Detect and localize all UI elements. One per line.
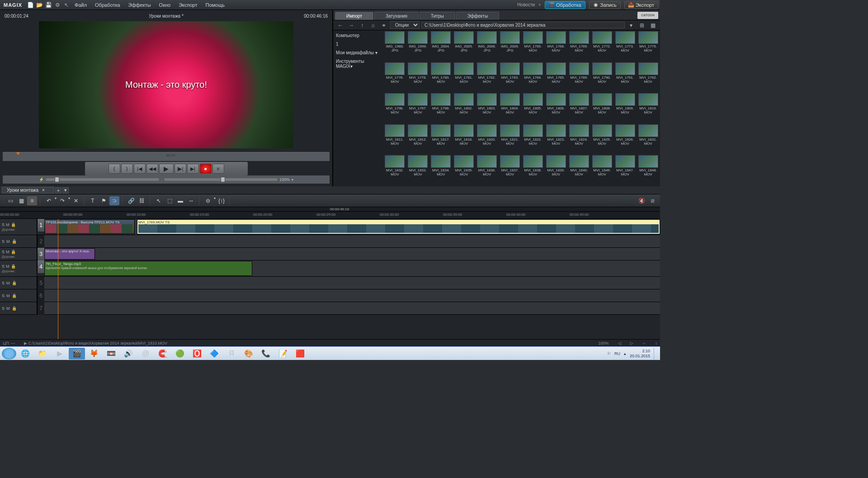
media-thumb[interactable]: MVI_1806.MOV bbox=[545, 93, 567, 123]
mixer-icon[interactable]: ⎚ bbox=[647, 196, 657, 205]
timeline-tab[interactable]: Уроки монтажа× bbox=[2, 187, 54, 194]
view-b-icon[interactable]: ▦ bbox=[648, 21, 657, 29]
catooh-logo[interactable]: CATOOH bbox=[637, 12, 658, 19]
path-dropdown-icon[interactable]: ▾ bbox=[627, 21, 636, 29]
zoom-slider[interactable] bbox=[164, 178, 278, 181]
media-thumb[interactable]: MVI_1825.MOV bbox=[591, 124, 613, 155]
brackets-icon[interactable]: {↕} bbox=[217, 196, 226, 205]
mode-export-button[interactable]: 📤Экспорт bbox=[624, 1, 658, 9]
news-link[interactable]: Новости bbox=[517, 2, 535, 7]
stretch-icon[interactable]: ↔ bbox=[186, 196, 196, 205]
media-thumb[interactable]: MVI_1811.MOV bbox=[384, 124, 406, 155]
show-desktop-button[interactable] bbox=[654, 348, 658, 360]
taskbar-word-icon[interactable]: 📝 bbox=[275, 348, 291, 360]
menu-edit[interactable]: Обработка bbox=[91, 1, 123, 9]
taskbar-icq-icon[interactable]: 🟢 bbox=[172, 348, 188, 360]
media-thumb[interactable]: MVI_1773.MOV bbox=[614, 31, 636, 62]
nav-root-icon[interactable]: ⌂ bbox=[368, 21, 377, 29]
goto-start-button[interactable]: |◀ bbox=[134, 164, 146, 174]
play-button[interactable]: ▶ bbox=[159, 164, 174, 174]
tray-flag-icon[interactable]: ⚐ bbox=[607, 351, 611, 356]
view-a-icon[interactable]: ⊞ bbox=[637, 21, 646, 29]
media-thumb[interactable]: MVI_1826.MOV bbox=[614, 124, 636, 155]
taskbar-wmp-icon[interactable]: ▶ bbox=[52, 348, 68, 360]
tab-import[interactable]: Импорт bbox=[335, 12, 373, 20]
playhead[interactable] bbox=[58, 219, 58, 339]
media-thumb[interactable]: MVI_1824.MOV bbox=[568, 124, 590, 155]
media-thumb[interactable]: MVI_1780.MOV bbox=[430, 62, 452, 93]
media-thumb[interactable]: MVI_1776.MOV bbox=[384, 62, 406, 93]
taskbar-magix-icon[interactable]: 🎬 bbox=[69, 348, 85, 360]
taskbar-mpc-icon[interactable]: 📼 bbox=[103, 348, 119, 360]
media-thumb[interactable]: MVI_1805.MOV bbox=[522, 93, 544, 123]
close-icon[interactable]: × bbox=[42, 188, 45, 193]
audio-clip[interactable]: 7th_Floor_Tango.mp3 Щелкните правой клав… bbox=[44, 261, 252, 276]
open-icon[interactable]: 📂 bbox=[35, 1, 44, 9]
new-icon[interactable]: 📄 bbox=[26, 1, 35, 9]
tab-titles[interactable]: Титры bbox=[420, 12, 455, 20]
media-thumb[interactable]: MVI_1838.MOV bbox=[522, 155, 544, 185]
arrow-tool-icon[interactable]: ↖ bbox=[154, 196, 164, 205]
taskbar-ie-icon[interactable]: 🌐 bbox=[17, 348, 33, 360]
media-thumb[interactable]: MVI_1781.MOV bbox=[453, 62, 475, 93]
add-timeline-button[interactable]: + bbox=[55, 187, 61, 194]
start-button[interactable] bbox=[2, 348, 16, 360]
nav-up-icon[interactable]: ↑ bbox=[358, 21, 367, 29]
group-icon[interactable]: ⛓ bbox=[137, 196, 147, 205]
media-thumb[interactable]: MVI_1789.MOV bbox=[568, 62, 590, 93]
goto-end-button[interactable]: ▶| bbox=[187, 164, 199, 174]
media-thumb[interactable]: MVI_1821.MOV bbox=[499, 124, 521, 155]
media-thumb[interactable]: MVI_1791.MOV bbox=[614, 62, 636, 93]
media-thumb[interactable]: MVI_1822.MOV bbox=[522, 124, 544, 155]
media-thumb[interactable]: MVI_1812.MOV bbox=[407, 124, 429, 155]
media-thumb[interactable]: MVI_1796.MOV bbox=[384, 93, 406, 123]
media-thumb[interactable]: MVI_1785.MOV bbox=[545, 62, 567, 93]
media-thumb[interactable]: MVI_1775.MOV bbox=[637, 31, 659, 62]
menu-help[interactable]: Помощь bbox=[202, 1, 229, 9]
media-thumb[interactable]: MVI_1835.MOV bbox=[453, 155, 475, 185]
media-thumb[interactable]: MVI_1797.MOV bbox=[407, 93, 429, 123]
media-thumb[interactable]: MVI_1772.MOV bbox=[591, 31, 613, 62]
track-content[interactable]: TP103.modШирина : Высота TP211.MOV TS MV… bbox=[44, 219, 660, 235]
zoom-in-icon[interactable]: ▷ bbox=[630, 341, 633, 345]
timeline-ruler[interactable]: 00:00:00:0000:00:05:0000:00:10:0000:00:1… bbox=[0, 212, 660, 219]
nav-fwd-icon[interactable]: → bbox=[347, 21, 356, 29]
media-thumb[interactable]: MVI_1807.MOV bbox=[568, 93, 590, 123]
redo-icon[interactable]: ↷ bbox=[57, 196, 67, 205]
path-input[interactable]: C:\Users\1\Desktop\Фото и видео\Хорватия… bbox=[421, 22, 625, 28]
fit-h-icon[interactable]: ↔ bbox=[642, 341, 646, 345]
media-thumb[interactable]: MVI_1833.MOV bbox=[407, 155, 429, 185]
video-clip-2[interactable]: MVI_1769.MOV TS bbox=[137, 219, 660, 234]
settings-icon[interactable]: ⚙ bbox=[53, 1, 62, 9]
side-one[interactable]: 1 bbox=[336, 42, 380, 47]
taskbar-mail-icon[interactable]: @ bbox=[137, 348, 154, 360]
taskbar-yandex-icon[interactable]: Я bbox=[223, 348, 240, 360]
timeline-menu-button[interactable]: ▾ bbox=[62, 187, 69, 194]
media-thumb[interactable]: MVI_1837.MOV bbox=[499, 155, 521, 185]
tray-lang[interactable]: RU bbox=[614, 351, 620, 356]
side-tools[interactable]: Инструменты MAGIX▾ bbox=[336, 59, 380, 69]
lock-icon[interactable]: 🔒 bbox=[12, 239, 17, 244]
tray-clock[interactable]: 2:10 20.01.2015 bbox=[630, 349, 650, 359]
media-thumb[interactable]: IMG_1999.JPG bbox=[407, 31, 429, 62]
media-thumb[interactable]: MVI_1782.MOV bbox=[476, 62, 498, 93]
list-button[interactable]: ≡ bbox=[212, 164, 224, 174]
view-scene-icon[interactable]: ▦ bbox=[16, 196, 26, 205]
solo-button[interactable]: S bbox=[2, 222, 5, 227]
media-thumb[interactable]: IMG_2005.JPG bbox=[453, 31, 475, 62]
media-thumb[interactable]: MVI_1818.MOV bbox=[453, 124, 475, 155]
prev-frame-button[interactable]: ◀◀ bbox=[146, 164, 158, 174]
media-thumb[interactable]: MVI_1834.MOV bbox=[430, 155, 452, 185]
media-thumb[interactable]: MVI_1848.MOV bbox=[637, 155, 659, 185]
media-thumb[interactable]: MVI_1809.MOV bbox=[614, 93, 636, 123]
undo-icon[interactable]: ↶ bbox=[44, 196, 54, 205]
taskbar-explorer-icon[interactable]: 📁 bbox=[34, 348, 51, 360]
zoom-out-icon[interactable]: ◁ bbox=[618, 341, 621, 345]
menu-effects[interactable]: Эффекты bbox=[125, 1, 155, 9]
record-button[interactable]: ● bbox=[200, 164, 212, 174]
mode-record-button[interactable]: ◉Запись bbox=[589, 1, 621, 9]
media-thumb[interactable]: MVI_1792.MOV bbox=[637, 62, 659, 93]
save-icon[interactable]: 💾 bbox=[44, 1, 53, 9]
media-thumb[interactable]: MVI_1832.MOV bbox=[384, 155, 406, 185]
media-thumb[interactable]: MVI_1831.MOV bbox=[637, 124, 659, 155]
